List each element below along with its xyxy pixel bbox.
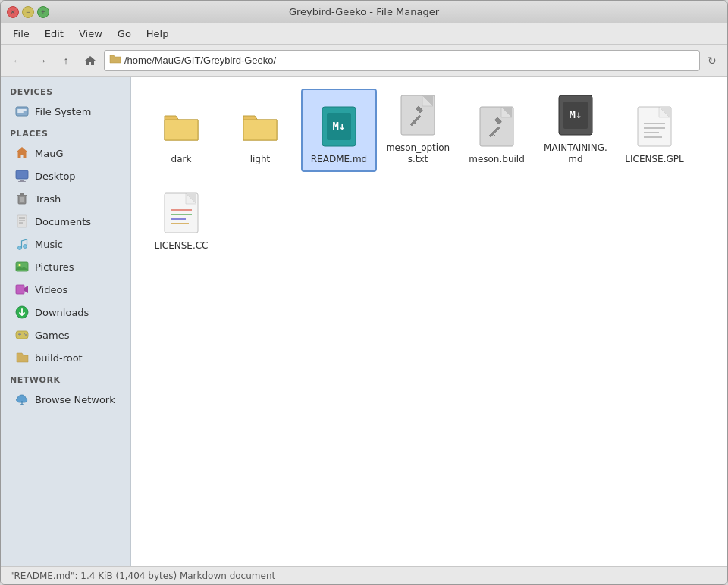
svg-text:M↓: M↓ — [333, 120, 346, 132]
close-button[interactable]: ✕ — [7, 6, 19, 18]
location-folder-icon — [109, 53, 121, 67]
file-item-dark[interactable]: dark — [143, 89, 219, 172]
meson-build-icon — [475, 102, 518, 151]
sidebar-item-desktop[interactable]: Desktop — [4, 164, 127, 187]
svg-point-17 — [24, 245, 27, 249]
titlebar: ✕ − + Greybird-Geeko - File Manager — [1, 1, 727, 23]
svg-point-26 — [25, 334, 27, 336]
sidebar-item-pictures[interactable]: Pictures — [4, 255, 127, 278]
sidebar-item-build-root-label: build-root — [35, 352, 83, 364]
dark-folder-label: dark — [171, 154, 192, 166]
meson-build-label: meson.build — [469, 154, 525, 166]
file-item-license-gpl[interactable]: LICENSE.GPL — [617, 89, 692, 172]
filesystem-icon — [14, 104, 30, 119]
sidebar-item-music-label: Music — [35, 239, 63, 250]
svg-rect-12 — [17, 215, 27, 227]
svg-rect-7 — [17, 195, 27, 196]
location-input[interactable] — [124, 55, 695, 66]
file-item-maintaining[interactable]: M↓ MAINTAINING.md — [538, 89, 613, 172]
svg-text:M↓: M↓ — [570, 108, 582, 120]
svg-rect-4 — [20, 180, 24, 181]
menu-edit[interactable]: Edit — [37, 26, 71, 42]
statusbar-text: "README.md": 1.4 KiB (1,404 bytes) Markd… — [10, 571, 275, 581]
trash-icon — [14, 191, 30, 206]
sidebar-item-build-root[interactable]: build-root — [4, 346, 127, 369]
svg-rect-24 — [20, 333, 21, 336]
svg-rect-2 — [17, 111, 24, 113]
svg-rect-5 — [18, 181, 26, 182]
sidebar-item-games[interactable]: Games — [4, 324, 127, 346]
home-button[interactable] — [80, 50, 101, 71]
sidebar-item-downloads[interactable]: Downloads — [4, 301, 127, 324]
sidebar-item-filesystem[interactable]: File System — [4, 100, 127, 123]
readme-label: README.md — [311, 154, 367, 166]
music-icon — [14, 236, 30, 252]
sidebar-item-videos-label: Videos — [35, 284, 67, 296]
sidebar-item-pictures-label: Pictures — [35, 261, 74, 273]
sidebar-item-browse-network[interactable]: Browse Network — [4, 388, 127, 411]
window-controls-left: ✕ − + — [7, 1, 49, 23]
main-window: ✕ − + Greybird-Geeko - File Manager File… — [0, 0, 728, 585]
meson-options-icon — [397, 91, 439, 139]
statusbar: "README.md": 1.4 KiB (1,404 bytes) Markd… — [1, 566, 727, 584]
file-item-meson-options[interactable]: meson_options.txt — [380, 89, 456, 172]
file-item-light[interactable]: light — [222, 89, 298, 172]
forward-button[interactable]: → — [31, 50, 52, 71]
svg-rect-20 — [16, 285, 24, 294]
sidebar-item-maug[interactable]: MauG — [4, 142, 127, 164]
reload-button[interactable]: ↻ — [703, 52, 721, 70]
menu-view[interactable]: View — [71, 26, 110, 42]
light-folder-label: light — [250, 154, 271, 166]
svg-point-25 — [24, 333, 25, 335]
sidebar-item-browse-network-label: Browse Network — [35, 394, 115, 405]
sidebar-item-desktop-label: Desktop — [35, 170, 76, 182]
menu-help[interactable]: Help — [139, 26, 177, 42]
sidebar-item-videos[interactable]: Videos — [4, 278, 127, 301]
window-title: Greybird-Geeko - File Manager — [289, 6, 439, 17]
license-cc-icon — [160, 189, 202, 237]
games-icon — [14, 327, 30, 343]
maintaining-icon: M↓ — [554, 91, 597, 139]
videos-icon — [14, 282, 30, 297]
pictures-icon — [14, 259, 30, 274]
places-section-header: PLACES — [1, 123, 130, 142]
file-item-meson-build[interactable]: meson.build — [459, 89, 535, 172]
minimize-button[interactable]: − — [22, 6, 34, 18]
menu-go[interactable]: Go — [110, 26, 139, 42]
sidebar-item-documents[interactable]: Documents — [4, 210, 127, 233]
license-gpl-label: LICENSE.GPL — [625, 154, 683, 166]
maximize-button[interactable]: + — [37, 6, 49, 18]
menubar: File Edit View Go Help — [1, 23, 727, 45]
location-bar[interactable] — [104, 50, 700, 71]
readme-icon: M↓ — [318, 102, 360, 151]
sidebar-item-documents-label: Documents — [35, 216, 91, 227]
svg-rect-1 — [17, 109, 27, 111]
meson-options-label: meson_options.txt — [384, 142, 451, 166]
documents-icon — [14, 214, 30, 229]
sidebar-item-trash-label: Trash — [35, 193, 61, 205]
back-button[interactable]: ← — [7, 50, 28, 71]
dark-folder-icon — [160, 102, 202, 151]
toolbar: ← → ↑ ↻ — [1, 45, 727, 77]
file-item-license-cc[interactable]: LICENSE.CC — [143, 175, 219, 258]
content-area: DEVICES File System PLACES — [1, 77, 727, 566]
light-folder-icon — [239, 102, 281, 151]
svg-rect-18 — [16, 262, 28, 271]
sidebar-item-music[interactable]: Music — [4, 233, 127, 255]
svg-rect-3 — [16, 170, 28, 179]
sidebar-item-maug-label: MauG — [35, 148, 64, 159]
network-section-header: NETWORK — [1, 369, 130, 388]
license-gpl-icon — [633, 102, 676, 151]
devices-section-header: DEVICES — [1, 81, 130, 100]
network-icon — [14, 392, 30, 407]
menu-file[interactable]: File — [5, 26, 37, 42]
file-item-readme[interactable]: M↓ README.md — [301, 89, 377, 172]
up-button[interactable]: ↑ — [55, 50, 77, 71]
downloads-icon — [14, 305, 30, 320]
sidebar-item-filesystem-label: File System — [35, 106, 91, 117]
sidebar-item-downloads-label: Downloads — [35, 307, 89, 318]
maintaining-label: MAINTAINING.md — [542, 142, 609, 166]
sidebar-item-trash[interactable]: Trash — [4, 187, 127, 210]
home-icon — [14, 145, 30, 161]
desktop-icon — [14, 168, 30, 183]
